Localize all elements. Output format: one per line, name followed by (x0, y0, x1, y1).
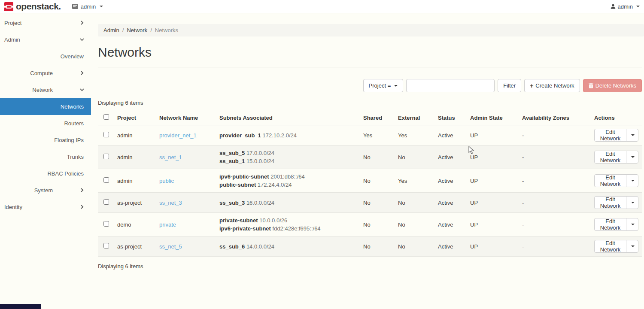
sidebar-item-routers[interactable]: Routers (0, 115, 91, 132)
subnet-cidr: fdd2:428e:f695::/64 (273, 225, 321, 232)
cell-shared: No (358, 193, 392, 213)
cell-status: Active (432, 193, 465, 213)
breadcrumb-link-admin[interactable]: Admin (103, 27, 119, 33)
network-name-link[interactable]: ss_net_1 (159, 154, 182, 161)
edit-network-button[interactable]: Edit Network (594, 218, 626, 231)
sidebar-item-floating-ips[interactable]: Floating IPs (0, 132, 91, 148)
user-menu-label: admin (618, 3, 633, 10)
context-switcher[interactable]: admin (72, 3, 103, 10)
user-menu[interactable]: admin (611, 3, 640, 10)
delete-networks-button[interactable]: Delete Networks (583, 79, 642, 92)
breadcrumb-separator: / (150, 27, 152, 33)
edit-network-dropdown-toggle[interactable] (626, 218, 638, 231)
table-row: as-projectss_net_5ss_sub_6 14.0.0.0/24No… (98, 236, 642, 257)
table-row: demoprivateprivate-subnet 10.0.0.0/26ipv… (98, 213, 642, 236)
edit-network-button[interactable]: Edit Network (594, 196, 626, 209)
subnet-cidr: 10.0.0.0/26 (259, 217, 287, 224)
chevron-down-icon (636, 6, 640, 7)
chevron-right-icon (80, 71, 84, 75)
chevron-right-icon (80, 21, 84, 25)
breadcrumb-link-network[interactable]: Network (127, 27, 147, 33)
row-checkbox[interactable] (103, 199, 109, 205)
network-name-link[interactable]: private (159, 221, 176, 228)
sidebar-item-network[interactable]: Network (0, 82, 91, 98)
network-name-link[interactable]: provider_net_1 (159, 132, 197, 139)
chevron-down-icon (631, 245, 635, 247)
edit-network-button[interactable]: Edit Network (594, 174, 626, 187)
network-name-link[interactable]: ss_net_5 (159, 243, 182, 250)
cell-subnets: ipv6-public-subnet 2001:db8::/64public-s… (214, 169, 358, 193)
sidebar-item-trunks[interactable]: Trunks (0, 148, 91, 165)
trash-icon (589, 83, 593, 88)
subnet-entry: provider_sub_1 172.10.2.0/24 (219, 131, 354, 139)
edit-network-dropdown-toggle[interactable] (626, 129, 638, 142)
cell-availability-zones: - (516, 213, 589, 236)
column-header-external: External (392, 110, 432, 125)
cell-subnets: ss_sub_5 17.0.0.0/24ss_sub_1 15.0.0.0/24 (214, 145, 358, 169)
edit-network-dropdown-toggle[interactable] (626, 240, 638, 253)
subnet-entry: ipv6-private-subnet fdd2:428e:f695::/64 (219, 224, 354, 233)
filter-button[interactable]: Filter (498, 79, 521, 92)
edit-network-split-button: Edit Network (594, 196, 638, 209)
filter-field-dropdown[interactable]: Project = (363, 79, 404, 92)
subnet-cidr: 16.0.0.0/24 (246, 200, 274, 206)
plus-icon: + (530, 82, 533, 89)
row-checkbox[interactable] (103, 177, 109, 183)
cell-external: Yes (392, 125, 432, 145)
subnet-cidr: 17.0.0.0/24 (246, 150, 274, 156)
subnet-name: public-subnet (219, 182, 256, 188)
edit-network-split-button: Edit Network (594, 240, 638, 253)
edit-network-button[interactable]: Edit Network (594, 240, 626, 253)
sidebar-item-admin[interactable]: Admin (0, 31, 91, 48)
sidebar-item-networks[interactable]: Networks (0, 98, 91, 115)
column-header-actions: Actions (589, 110, 642, 125)
edit-network-button[interactable]: Edit Network (594, 151, 626, 164)
delete-networks-label: Delete Networks (595, 82, 636, 89)
sidebar-item-label: Networks (61, 103, 84, 110)
cell-external: No (392, 236, 432, 257)
table-header-row: ProjectNetwork NameSubnets AssociatedSha… (98, 110, 642, 125)
sidebar-item-project[interactable]: Project (0, 15, 91, 31)
sidebar-item-label: Overview (61, 53, 84, 60)
cell-subnets: private-subnet 10.0.0.0/26ipv6-private-s… (214, 213, 358, 236)
edit-network-split-button: Edit Network (594, 174, 638, 187)
user-icon (611, 4, 616, 9)
edit-network-button[interactable]: Edit Network (594, 129, 626, 142)
sidebar-item-label: Routers (64, 120, 84, 127)
row-checkbox[interactable] (103, 221, 109, 227)
subnet-cidr: 2001:db8::/64 (270, 173, 305, 180)
network-name-link[interactable]: ss_net_3 (159, 200, 182, 206)
sidebar-item-overview[interactable]: Overview (0, 48, 91, 65)
filter-search-input[interactable] (406, 79, 495, 92)
subnet-entry: ss_sub_6 14.0.0.0/24 (219, 242, 354, 251)
cell-project: as-project (112, 193, 154, 213)
cell-external: No (392, 213, 432, 236)
row-checkbox[interactable] (103, 132, 109, 137)
filter-button-label: Filter (503, 82, 516, 89)
row-checkbox[interactable] (103, 243, 109, 248)
edit-network-dropdown-toggle[interactable] (626, 151, 638, 164)
sidebar-item-label: Compute (30, 70, 53, 76)
column-header-status: Status (432, 110, 465, 125)
openstack-brand[interactable]: openstack. (4, 1, 61, 12)
subnet-name: provider_sub_1 (219, 132, 261, 139)
domain-icon (72, 4, 78, 9)
cell-project: admin (112, 125, 154, 145)
breadcrumb: Admin/Network/Networks (98, 24, 644, 36)
network-name-link[interactable]: public (159, 178, 174, 184)
row-checkbox[interactable] (103, 154, 109, 159)
sidebar-item-identity[interactable]: Identity (0, 199, 91, 215)
cell-admin-state: UP (465, 193, 516, 213)
sidebar-item-compute[interactable]: Compute (0, 65, 91, 82)
edit-network-dropdown-toggle[interactable] (626, 196, 638, 209)
sidebar-item-system[interactable]: System (0, 182, 91, 199)
select-all-checkbox[interactable] (103, 114, 109, 120)
subnet-cidr: 14.0.0.0/24 (246, 243, 274, 250)
sidebar-item-rbac-policies[interactable]: RBAC Policies (0, 165, 91, 182)
edit-network-dropdown-toggle[interactable] (626, 174, 638, 187)
cell-shared: No (358, 236, 392, 257)
create-network-button[interactable]: + Create Network (524, 79, 580, 92)
cell-admin-state: UP (465, 145, 516, 169)
page-title: Networks (98, 45, 642, 60)
subnet-name: ss_sub_5 (219, 150, 245, 156)
